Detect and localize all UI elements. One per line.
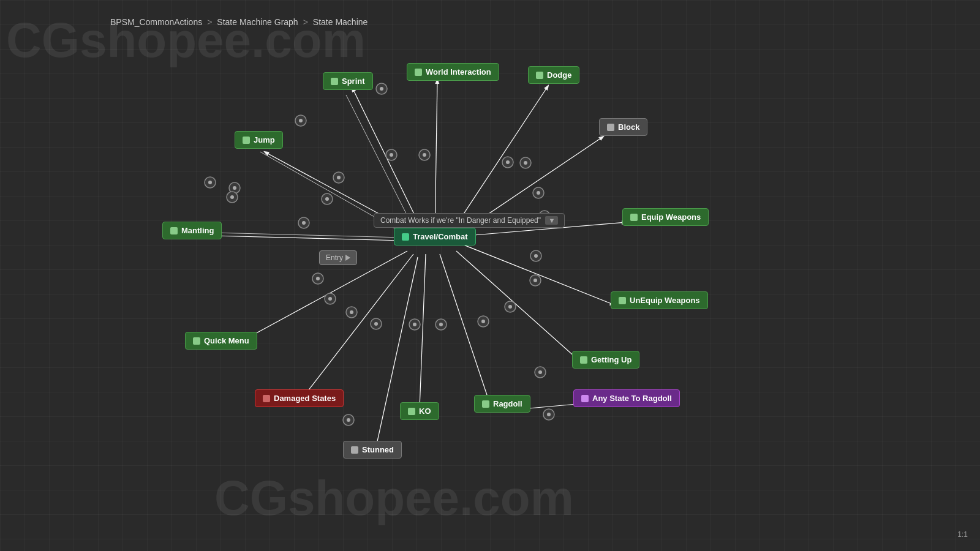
breadcrumb-sep-2: > [303, 17, 308, 27]
node-label-equip-weapons: Equip Weapons [641, 212, 701, 222]
node-jump[interactable]: Jump [235, 131, 283, 149]
node-label-getting-up: Getting Up [591, 355, 631, 364]
node-icon-block [607, 124, 614, 131]
node-icon-mantling [170, 227, 178, 234]
node-label-world-interaction: World Interaction [426, 67, 491, 77]
node-icon-stunned [351, 446, 358, 454]
node-icon-quick-menu [193, 337, 200, 345]
node-label-travel-combat: Travel/Combat [413, 232, 468, 241]
node-icon-getting-up [580, 356, 587, 364]
node-icon-jump [243, 137, 250, 144]
breadcrumb-item-3[interactable]: State Machine [313, 17, 368, 27]
node-label-block: Block [618, 122, 639, 132]
node-dodge[interactable]: Dodge [528, 66, 579, 84]
node-icon-ko [408, 408, 415, 415]
breadcrumb-item-1[interactable]: BPSM_CommonActions [110, 17, 202, 27]
node-block[interactable]: Block [599, 118, 647, 136]
node-label-mantling: Mantling [181, 226, 214, 235]
node-icon-world-interaction [415, 69, 422, 76]
node-sprint[interactable]: Sprint [323, 72, 373, 90]
breadcrumb: BPSM_CommonActions > State Machine Graph… [110, 17, 368, 27]
breadcrumb-sep-1: > [207, 17, 212, 27]
node-world-interaction[interactable]: World Interaction [407, 63, 499, 81]
node-icon-damaged-states [263, 395, 270, 402]
node-label-sprint: Sprint [342, 77, 365, 86]
node-icon-sprint [331, 78, 338, 85]
grid-background [0, 0, 980, 551]
node-unequip-weapons[interactable]: UnEquip Weapons [611, 291, 708, 309]
entry-arrow-icon [345, 255, 350, 261]
node-icon-dodge [536, 72, 543, 79]
node-label-damaged-states: Damaged States [274, 394, 336, 403]
node-ragdoll[interactable]: Ragdoll [474, 395, 530, 413]
node-label-jump: Jump [254, 135, 275, 144]
node-icon-unequip-weapons [619, 297, 626, 304]
entry-node: Entry [319, 250, 357, 265]
node-label-stunned: Stunned [362, 445, 394, 454]
tooltip-text: Combat Works if we're "In Danger and Equ… [380, 216, 541, 225]
node-quick-menu[interactable]: Quick Menu [185, 332, 257, 350]
node-ko[interactable]: KO [400, 402, 439, 420]
zoom-level: 1:1 [957, 530, 968, 539]
node-label-dodge: Dodge [547, 70, 571, 80]
node-label-ragdoll: Ragdoll [493, 399, 522, 408]
node-travel-combat[interactable]: Travel/Combat [394, 228, 476, 246]
node-label-ko: KO [419, 407, 431, 416]
node-icon-any-state-ragdoll [581, 395, 589, 402]
breadcrumb-item-2[interactable]: State Machine Graph [217, 17, 298, 27]
node-icon-equip-weapons [630, 214, 638, 221]
node-label-quick-menu: Quick Menu [204, 336, 249, 345]
node-equip-weapons[interactable]: Equip Weapons [622, 208, 709, 226]
node-icon-ragdoll [482, 400, 489, 408]
node-label-unequip-weapons: UnEquip Weapons [630, 296, 700, 305]
entry-label: Entry [326, 253, 343, 262]
node-any-state-ragdoll[interactable]: Any State To Ragdoll [573, 389, 680, 407]
node-damaged-states[interactable]: Damaged States [255, 389, 344, 407]
combat-tooltip: Combat Works if we're "In Danger and Equ… [374, 213, 565, 228]
node-stunned[interactable]: Stunned [343, 441, 402, 459]
node-getting-up[interactable]: Getting Up [572, 351, 639, 369]
node-label-any-state-ragdoll: Any State To Ragdoll [592, 394, 672, 403]
node-icon-travel-combat [402, 233, 409, 241]
tooltip-button[interactable]: ▼ [545, 216, 558, 225]
node-mantling[interactable]: Mantling [162, 222, 222, 239]
